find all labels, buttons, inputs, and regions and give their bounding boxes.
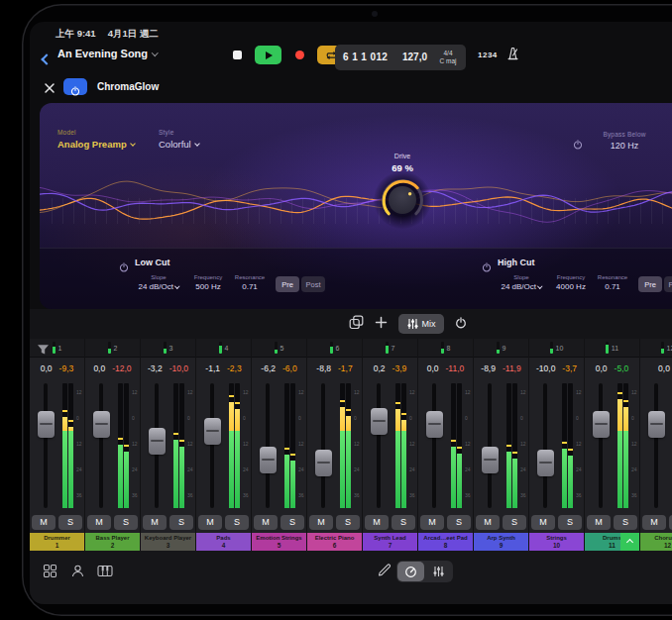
high-cut-power-icon[interactable] bbox=[482, 258, 492, 268]
track-label[interactable]: Emotion Strings 5 bbox=[252, 533, 306, 551]
track-label[interactable]: Strings 10 bbox=[529, 533, 584, 551]
solo-button[interactable]: S bbox=[392, 515, 415, 530]
close-plugin-button[interactable] bbox=[44, 80, 56, 92]
channel-header[interactable]: 12 bbox=[640, 339, 672, 357]
edit-button[interactable] bbox=[377, 563, 391, 580]
high-cut-resonance[interactable]: Resonance 0.71 bbox=[593, 274, 632, 291]
style-selector[interactable]: Style Colorful bbox=[159, 129, 199, 150]
duplicate-button[interactable] bbox=[349, 315, 364, 334]
mute-button[interactable]: M bbox=[309, 515, 333, 530]
bypass-below-control[interactable]: Bypass Below 120 Hz bbox=[593, 131, 656, 151]
channel-header[interactable]: 5 bbox=[252, 339, 306, 357]
track-label[interactable]: Pads 4 bbox=[196, 533, 251, 551]
solo-button[interactable]: S bbox=[503, 515, 526, 530]
fader-handle[interactable] bbox=[537, 450, 554, 476]
volume-value[interactable]: -1,1 bbox=[205, 363, 220, 373]
track-label[interactable]: Drummer 1 bbox=[30, 533, 84, 551]
add-track-button[interactable] bbox=[375, 315, 388, 333]
channel-header[interactable]: 2 bbox=[85, 339, 140, 357]
fader-handle[interactable] bbox=[260, 447, 277, 473]
filter-button[interactable] bbox=[37, 342, 50, 360]
record-button[interactable] bbox=[290, 46, 308, 64]
volume-value[interactable]: -6,2 bbox=[261, 363, 276, 373]
fader-handle[interactable] bbox=[204, 418, 221, 445]
solo-button[interactable]: S bbox=[614, 515, 637, 530]
track-label[interactable]: Drums 11 bbox=[585, 533, 639, 551]
channel-header[interactable]: 9 bbox=[474, 339, 528, 357]
fader-handle[interactable] bbox=[371, 408, 388, 435]
volume-value[interactable]: 0,0 bbox=[658, 363, 670, 373]
faders-view-segment[interactable] bbox=[425, 562, 452, 581]
fader-handle[interactable] bbox=[426, 411, 443, 438]
solo-button[interactable]: S bbox=[558, 515, 582, 530]
plugin-power-toggle[interactable] bbox=[63, 78, 87, 95]
post-button[interactable]: Post bbox=[301, 276, 325, 292]
post-button[interactable]: Post bbox=[664, 276, 672, 292]
track-label[interactable]: Arcad…eet Pad 8 bbox=[418, 533, 473, 551]
volume-value[interactable]: 0,0 bbox=[41, 363, 53, 373]
mixer-power-button[interactable] bbox=[455, 315, 467, 333]
volume-value[interactable]: 0,0 bbox=[93, 363, 105, 373]
volume-value[interactable]: -3,2 bbox=[148, 363, 163, 373]
mute-button[interactable]: M bbox=[87, 515, 111, 530]
solo-button[interactable]: S bbox=[114, 515, 138, 530]
mute-button[interactable]: M bbox=[642, 515, 666, 530]
volume-value[interactable]: -10,0 bbox=[536, 363, 555, 373]
high-cut-slope[interactable]: Slope 24 dB/Oct bbox=[494, 274, 549, 291]
fader-handle[interactable] bbox=[93, 411, 110, 438]
mute-button[interactable]: M bbox=[365, 515, 389, 530]
track-label[interactable]: Bass Player 2 bbox=[85, 533, 140, 551]
channel-header[interactable]: 10 bbox=[529, 339, 584, 357]
pre-button[interactable]: Pre bbox=[638, 276, 662, 292]
count-in-button[interactable]: 1234 bbox=[478, 51, 498, 59]
keyboard-button[interactable] bbox=[97, 563, 113, 578]
track-label[interactable]: Keyboard Player 3 bbox=[141, 533, 195, 551]
song-title-menu[interactable]: An Evening Song bbox=[57, 48, 158, 59]
fader-handle[interactable] bbox=[38, 411, 55, 438]
low-cut-power-icon[interactable] bbox=[119, 258, 129, 268]
lcd-display[interactable]: 6 1 1 012 127,0 4/4 C maj bbox=[335, 45, 466, 70]
channel-header[interactable]: 6 bbox=[307, 339, 362, 357]
controls-view-segment[interactable] bbox=[397, 562, 424, 581]
mute-button[interactable]: M bbox=[32, 515, 56, 530]
volume-value[interactable]: 0,0 bbox=[596, 363, 608, 373]
low-cut-resonance[interactable]: Resonance 0.71 bbox=[230, 274, 270, 291]
mute-button[interactable]: M bbox=[476, 515, 500, 530]
channel-header[interactable]: 11 bbox=[585, 339, 639, 357]
solo-button[interactable]: S bbox=[225, 515, 249, 530]
mute-button[interactable]: M bbox=[531, 515, 555, 530]
volume-value[interactable]: -8,9 bbox=[481, 363, 496, 373]
metronome-button[interactable] bbox=[505, 46, 520, 65]
back-button[interactable] bbox=[43, 50, 51, 67]
solo-button[interactable]: S bbox=[169, 515, 193, 530]
fader-handle[interactable] bbox=[648, 411, 665, 438]
players-button[interactable] bbox=[69, 563, 85, 578]
track-label[interactable]: Synth Lead 7 bbox=[363, 533, 417, 551]
volume-value[interactable]: 0,0 bbox=[427, 363, 439, 373]
volume-value[interactable]: 0,2 bbox=[374, 363, 386, 373]
solo-button[interactable]: S bbox=[280, 515, 304, 530]
fader-handle[interactable] bbox=[149, 428, 166, 455]
fader-handle[interactable] bbox=[593, 411, 610, 438]
fader-handle[interactable] bbox=[482, 447, 499, 473]
low-cut-frequency[interactable]: Frequency 500 Hz bbox=[188, 274, 228, 291]
pre-button[interactable]: Pre bbox=[276, 276, 299, 292]
fader-handle[interactable] bbox=[315, 450, 332, 476]
track-label[interactable]: Electric Piano 6 bbox=[307, 533, 362, 551]
mute-button[interactable]: M bbox=[420, 515, 444, 530]
level-control[interactable]: Level 0,0 bbox=[660, 131, 672, 151]
solo-button[interactable]: S bbox=[447, 515, 471, 530]
high-cut-frequency[interactable]: Frequency 4000 Hz bbox=[551, 274, 591, 291]
browser-button[interactable] bbox=[42, 563, 57, 578]
low-cut-slope[interactable]: Slope 24 dB/Oct bbox=[131, 274, 186, 291]
model-selector[interactable]: Model Analog Preamp bbox=[57, 129, 135, 150]
mute-button[interactable]: M bbox=[587, 515, 611, 530]
stop-button[interactable] bbox=[228, 46, 246, 64]
expand-stack-button[interactable] bbox=[620, 533, 639, 551]
play-button[interactable] bbox=[255, 46, 281, 64]
volume-value[interactable]: -8,8 bbox=[316, 363, 331, 373]
solo-button[interactable]: S bbox=[336, 515, 360, 530]
channel-header[interactable]: 7 bbox=[363, 339, 417, 357]
track-label[interactable]: Arp Synth 9 bbox=[474, 533, 528, 551]
drive-knob[interactable] bbox=[380, 177, 425, 223]
